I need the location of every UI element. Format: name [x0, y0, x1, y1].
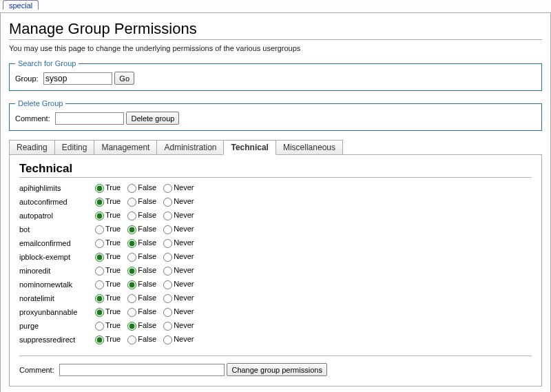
- radio-label-f: False: [138, 238, 156, 247]
- radio-minoredit-t[interactable]: [95, 267, 104, 276]
- delete-comment-label: Comment:: [15, 114, 50, 123]
- page-body: Manage Group Permissions You may use thi…: [0, 12, 551, 392]
- permission-name: purge: [19, 320, 95, 333]
- radio-purge-f[interactable]: [127, 322, 136, 331]
- radio-label-n: Never: [174, 225, 194, 233]
- permissions-panel: Technical apihighlimitsTrueFalseNeveraut…: [9, 154, 542, 386]
- radio-bot-f[interactable]: [127, 225, 136, 234]
- radio-label-f: False: [138, 252, 156, 260]
- tab-management[interactable]: Management: [94, 140, 157, 154]
- radio-emailconfirmed-n[interactable]: [163, 239, 172, 248]
- radio-nominornewtalk-f[interactable]: [127, 280, 136, 289]
- radio-ipblock-exempt-t[interactable]: [95, 253, 104, 262]
- table-row: autoconfirmedTrueFalseNever: [19, 196, 200, 209]
- permissions-table: apihighlimitsTrueFalseNeverautoconfirmed…: [19, 182, 200, 347]
- radio-suppressredirect-n[interactable]: [163, 336, 172, 344]
- radio-suppressredirect-f[interactable]: [127, 336, 136, 344]
- top-tab-bar: special: [0, 0, 551, 12]
- permission-name: noratelimit: [19, 292, 95, 306]
- radio-minoredit-n[interactable]: [163, 267, 172, 276]
- radio-purge-n[interactable]: [163, 322, 172, 331]
- radio-minoredit-f[interactable]: [127, 267, 136, 276]
- radio-bot-t[interactable]: [95, 225, 104, 234]
- permission-name: ipblock-exempt: [19, 251, 95, 265]
- radio-label-n: Never: [174, 307, 194, 316]
- radio-label-f: False: [138, 321, 156, 329]
- delete-group-button[interactable]: Delete group: [126, 112, 179, 125]
- radio-noratelimit-f[interactable]: [127, 294, 136, 303]
- tab-special[interactable]: special: [3, 0, 39, 10]
- radio-label-f: False: [138, 335, 156, 343]
- radio-label-n: Never: [174, 293, 194, 302]
- radio-label-t: True: [105, 211, 121, 219]
- radio-apihighlimits-n[interactable]: [163, 184, 172, 193]
- permission-name: suppressredirect: [19, 333, 95, 347]
- radio-apihighlimits-t[interactable]: [95, 184, 104, 193]
- permission-name: minoredit: [19, 265, 95, 278]
- search-group-label: Group:: [15, 74, 39, 83]
- radio-label-t: True: [105, 266, 121, 274]
- table-row: nominornewtalkTrueFalseNever: [19, 278, 200, 292]
- radio-label-t: True: [105, 293, 121, 302]
- change-permissions-row: Comment: Change group permissions: [19, 355, 532, 376]
- radio-label-f: False: [138, 307, 156, 316]
- delete-comment-input[interactable]: [55, 112, 124, 125]
- radio-emailconfirmed-f[interactable]: [127, 239, 136, 248]
- radio-autopatrol-f[interactable]: [127, 212, 136, 220]
- change-comment-input[interactable]: [59, 364, 225, 376]
- radio-emailconfirmed-t[interactable]: [95, 239, 104, 248]
- radio-autopatrol-t[interactable]: [95, 212, 104, 220]
- radio-nominornewtalk-t[interactable]: [95, 280, 104, 289]
- radio-label-t: True: [105, 225, 121, 233]
- tab-reading[interactable]: Reading: [9, 140, 55, 154]
- radio-label-t: True: [105, 335, 121, 343]
- permission-name: nominornewtalk: [19, 278, 95, 292]
- radio-autopatrol-n[interactable]: [163, 212, 172, 220]
- radio-apihighlimits-f[interactable]: [127, 184, 136, 193]
- go-button[interactable]: Go: [114, 72, 134, 85]
- radio-autoconfirmed-t[interactable]: [95, 198, 104, 207]
- radio-label-n: Never: [174, 280, 194, 288]
- radio-label-t: True: [105, 238, 121, 247]
- radio-label-f: False: [138, 280, 156, 288]
- tab-miscellaneous[interactable]: Miscellaneous: [276, 140, 343, 154]
- radio-label-n: Never: [174, 321, 194, 329]
- table-row: ipblock-exemptTrueFalseNever: [19, 251, 200, 265]
- radio-label-n: Never: [174, 266, 194, 274]
- radio-label-n: Never: [174, 252, 194, 260]
- radio-label-n: Never: [174, 197, 194, 205]
- table-row: apihighlimitsTrueFalseNever: [19, 182, 200, 196]
- radio-proxyunbannable-f[interactable]: [127, 308, 136, 317]
- radio-proxyunbannable-t[interactable]: [95, 308, 104, 317]
- panel-heading: Technical: [19, 162, 532, 178]
- radio-autoconfirmed-n[interactable]: [163, 198, 172, 207]
- radio-purge-t[interactable]: [95, 322, 104, 331]
- page-subtext: You may use this page to change the unde…: [9, 44, 542, 52]
- radio-label-f: False: [138, 197, 156, 205]
- radio-bot-n[interactable]: [163, 225, 172, 234]
- radio-label-f: False: [138, 211, 156, 219]
- radio-noratelimit-n[interactable]: [163, 294, 172, 303]
- category-tabs: ReadingEditingManagementAdministrationTe…: [9, 139, 542, 154]
- tab-administration[interactable]: Administration: [156, 140, 224, 154]
- radio-proxyunbannable-n[interactable]: [163, 308, 172, 317]
- radio-label-n: Never: [174, 238, 194, 247]
- radio-nominornewtalk-n[interactable]: [163, 280, 172, 289]
- radio-label-f: False: [138, 293, 156, 302]
- group-search-input[interactable]: [43, 72, 112, 85]
- radio-ipblock-exempt-n[interactable]: [163, 253, 172, 262]
- change-permissions-button[interactable]: Change group permissions: [227, 363, 326, 376]
- radio-label-f: False: [138, 183, 156, 192]
- tab-editing[interactable]: Editing: [54, 140, 95, 154]
- search-group-fieldset: Search for Group Group: Go: [9, 59, 542, 91]
- tab-technical[interactable]: Technical: [223, 140, 276, 155]
- page-title: Manage Group Permissions: [9, 20, 542, 40]
- radio-ipblock-exempt-f[interactable]: [127, 253, 136, 262]
- radio-label-t: True: [105, 183, 121, 192]
- radio-autoconfirmed-f[interactable]: [127, 198, 136, 207]
- radio-noratelimit-t[interactable]: [95, 294, 104, 303]
- table-row: autopatrolTrueFalseNever: [19, 209, 200, 223]
- permission-name: autopatrol: [19, 209, 95, 223]
- radio-label-n: Never: [174, 335, 194, 343]
- radio-suppressredirect-t[interactable]: [95, 336, 104, 344]
